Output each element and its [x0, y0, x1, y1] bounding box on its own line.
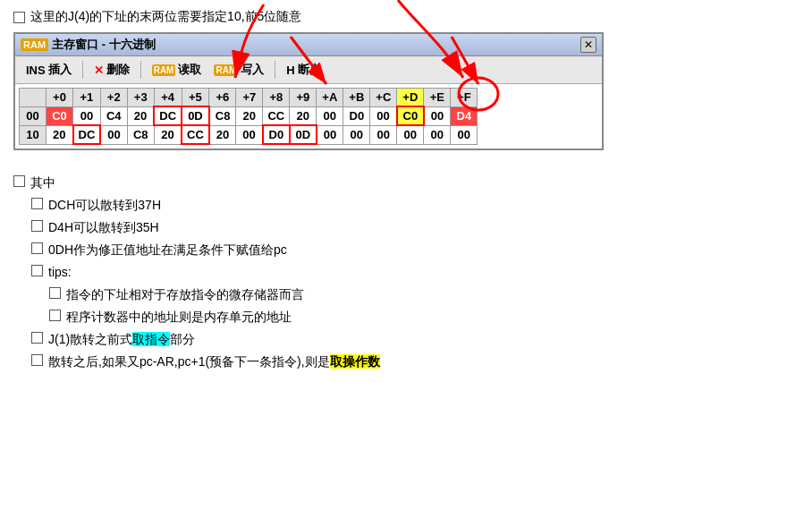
- header-col-2: +2: [100, 89, 127, 107]
- cell-10-C: 00: [370, 125, 397, 144]
- cell-00-E: 00: [424, 106, 451, 125]
- cell-00-6: C8: [209, 106, 236, 125]
- cell-00-F: D4: [451, 106, 478, 125]
- checkbox-d4h[interactable]: [31, 220, 43, 232]
- table-row-00: 00 C0 00 C4 20 DC 0D C8 20 CC 20 00 D0 0…: [20, 106, 478, 125]
- breakpoint-icon: H: [286, 64, 294, 77]
- toolbar-read[interactable]: RAM 读取: [147, 60, 207, 80]
- header-empty: [20, 89, 47, 107]
- list-item-scatter: 散转之后,如果又pc-AR,pc+1(预备下一条指令),则是取操作数: [31, 352, 799, 371]
- content-section: 其中 DCH可以散转到37H D4H可以散转到35H 0DH作为修正值地址在满足…: [13, 174, 799, 371]
- write-label: 写入: [241, 62, 264, 78]
- cell-10-7: 00: [236, 125, 263, 144]
- header-col-B: +B: [343, 89, 370, 107]
- cell-00-8: CC: [263, 106, 290, 125]
- checkbox-scatter[interactable]: [31, 354, 43, 366]
- list-item-d4h: D4H可以散转到35H: [31, 218, 799, 237]
- ram-titlebar: RAM 主存窗口 - 十六进制 ✕: [15, 34, 602, 56]
- checkbox-qizhong[interactable]: [13, 175, 25, 187]
- header-col-8: +8: [263, 89, 290, 107]
- cell-10-3: C8: [127, 125, 154, 144]
- header-col-0: +0: [47, 89, 73, 107]
- checkbox-0dh[interactable]: [31, 242, 43, 254]
- ram-badge: RAM: [21, 38, 48, 51]
- checkbox-tip1[interactable]: [49, 287, 61, 299]
- cell-10-0: 20: [47, 125, 73, 144]
- read-label: 读取: [178, 62, 201, 78]
- cell-10-1: DC: [73, 125, 101, 144]
- cell-00-A: 00: [317, 106, 343, 125]
- list-item-tips: tips:: [31, 263, 799, 282]
- delete-label: 删除: [106, 62, 130, 78]
- header-col-7: +7: [236, 89, 263, 107]
- cell-10-B: 00: [343, 125, 370, 144]
- highlight-quzhiling: 取指令: [132, 332, 170, 346]
- cell-00-1: 00: [73, 106, 101, 125]
- header-col-D: +D: [397, 89, 424, 107]
- top-note-text: 这里的J(4)的下址的末两位需要指定10,前5位随意: [30, 9, 301, 25]
- cell-10-6: 20: [209, 125, 236, 144]
- table-row-10: 10 20 DC 00 C8 20 CC 20 00 D0 0D 00 00 0…: [20, 125, 478, 144]
- list-item-j1: J(1)散转之前式取指令部分: [31, 330, 799, 349]
- text-dch: DCH可以散转到37H: [48, 196, 161, 215]
- list-item-dch: DCH可以散转到37H: [31, 196, 799, 215]
- text-j1: J(1)散转之前式取指令部分: [48, 330, 195, 349]
- checkbox-tip2[interactable]: [49, 310, 61, 321]
- top-checkbox[interactable]: [13, 12, 25, 23]
- toolbar-write[interactable]: RAM 写入: [208, 60, 269, 80]
- read-icon: RAM: [152, 64, 176, 76]
- text-tip2: 程序计数器中的地址则是内存单元的地址: [66, 308, 292, 327]
- text-0dh: 0DH作为修正值地址在满足条件下赋值给pc: [48, 241, 287, 259]
- cell-00-0: C0: [47, 106, 73, 125]
- text-scatter: 散转之后,如果又pc-AR,pc+1(预备下一条指令),则是取操作数: [48, 352, 380, 371]
- cell-00-5: 0D: [182, 106, 209, 125]
- checkbox-tips[interactable]: [31, 265, 43, 276]
- toolbar-delete[interactable]: ✕ 删除: [89, 60, 135, 80]
- cell-00-3: 20: [127, 106, 154, 125]
- close-button[interactable]: ✕: [580, 37, 596, 53]
- toolbar-insert[interactable]: INS 插入: [21, 60, 77, 80]
- write-icon: RAM: [214, 64, 238, 76]
- ram-toolbar: INS 插入 ✕ 删除 RAM 读取 RAM 写入 H 断点: [15, 56, 602, 84]
- breakpoint-label: 断点: [298, 62, 321, 78]
- insert-icon: INS: [26, 64, 46, 77]
- header-col-4: +4: [154, 89, 182, 107]
- list-item-0dh: 0DH作为修正值地址在满足条件下赋值给pc: [31, 241, 799, 259]
- cell-10-5: CC: [182, 125, 209, 144]
- cell-00-7: 20: [236, 106, 263, 125]
- memory-table-wrap: +0 +1 +2 +3 +4 +5 +6 +7 +8 +9 +A +B +C +…: [15, 84, 602, 149]
- row-label-00: 00: [20, 106, 47, 125]
- text-tip1: 指令的下址相对于存放指令的微存储器而言: [66, 285, 304, 304]
- table-header-row: +0 +1 +2 +3 +4 +5 +6 +7 +8 +9 +A +B +C +…: [20, 89, 478, 107]
- toolbar-sep-2: [140, 61, 141, 79]
- header-col-F: +F: [451, 89, 478, 107]
- ram-title-left: RAM 主存窗口 - 十六进制: [21, 37, 156, 53]
- toolbar-breakpoint[interactable]: H 断点: [281, 60, 326, 80]
- cell-10-D: 00: [397, 125, 424, 144]
- toolbar-sep-1: [82, 61, 83, 79]
- top-note: 这里的J(4)的下址的末两位需要指定10,前5位随意: [13, 9, 799, 25]
- checkbox-j1[interactable]: [31, 332, 43, 344]
- cell-10-4: 20: [154, 125, 182, 144]
- header-col-5: +5: [182, 89, 209, 107]
- checkbox-dch[interactable]: [31, 198, 43, 209]
- toolbar-sep-3: [275, 61, 275, 79]
- cell-10-9: 0D: [290, 125, 317, 144]
- cell-10-A: 00: [317, 125, 343, 144]
- text-tips: tips:: [48, 263, 72, 282]
- cell-00-2: C4: [100, 106, 127, 125]
- row-label-10: 10: [20, 125, 47, 144]
- cell-00-D: C0: [397, 106, 424, 125]
- list-item-tip1: 指令的下址相对于存放指令的微存储器而言: [49, 285, 799, 304]
- delete-icon: ✕: [94, 64, 104, 77]
- memory-table: +0 +1 +2 +3 +4 +5 +6 +7 +8 +9 +A +B +C +…: [19, 88, 478, 145]
- cell-00-4: DC: [154, 106, 182, 125]
- header-col-C: +C: [370, 89, 397, 107]
- ram-container: RAM 主存窗口 - 十六进制 ✕ INS 插入 ✕ 删除 RAM 读取 RAM: [13, 32, 604, 161]
- text-d4h: D4H可以散转到35H: [48, 218, 159, 237]
- header-col-A: +A: [317, 89, 343, 107]
- header-col-6: +6: [209, 89, 236, 107]
- text-qizhong: 其中: [30, 174, 55, 192]
- cell-00-C: 00: [370, 106, 397, 125]
- header-col-E: +E: [424, 89, 451, 107]
